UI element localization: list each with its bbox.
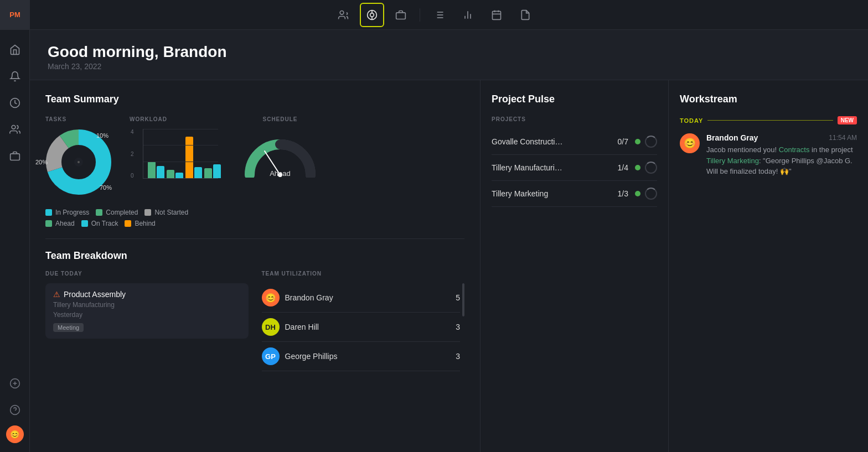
sidebar-clock[interactable]: [4, 92, 26, 114]
legend-not-started: Not Started: [144, 209, 188, 216]
breakdown-cols: DUE TODAY ⚠ Product Assembly Tillery Man…: [45, 271, 464, 371]
legend-dot-inprogress: [45, 209, 52, 216]
ws-name-0: Brandon Gray: [706, 133, 758, 142]
workload-block: WORKLOAD 4 2 0: [130, 116, 218, 195]
sidebar-briefcase[interactable]: [4, 145, 26, 167]
nav-chart-btn[interactable]: [456, 3, 480, 27]
legend-ahead: Ahead: [45, 220, 75, 227]
util-initials-1: DH: [265, 323, 276, 331]
schedule-block: SCHEDULE: [236, 116, 324, 195]
project-row-2[interactable]: Tillery Marketing 1/3: [492, 181, 657, 207]
tasks-block: TASKS: [45, 116, 112, 195]
right-panel: Workstream TODAY NEW 😊 Brandon Gray 11:5…: [669, 80, 868, 452]
project-status-dot-1: [635, 165, 640, 170]
ws-link-tillery[interactable]: Tillery Marketing: [706, 157, 759, 165]
project-spinner-2: [645, 188, 657, 200]
project-row-0[interactable]: Govalle Constructi… 0/7: [492, 129, 657, 155]
project-ratio-2: 1/3: [618, 189, 628, 198]
util-count-1: 3: [456, 323, 460, 331]
project-name-0: Govalle Constructi…: [492, 137, 611, 146]
project-spinner-1: [645, 162, 657, 174]
legend-label-inprogress: In Progress: [55, 209, 89, 216]
nav-workload-btn[interactable]: [360, 3, 384, 27]
util-avatar-2: GP: [262, 347, 280, 365]
nav-calendar-btn[interactable]: [484, 3, 509, 27]
nav-doc-btn[interactable]: [513, 3, 538, 27]
sidebar-people[interactable]: [4, 118, 26, 141]
project-row-1[interactable]: Tillery Manufacturi… 1/4: [492, 155, 657, 181]
bar-group-1: [148, 162, 164, 178]
page-date: March 23, 2022: [48, 62, 850, 71]
legend-dot-notstarted: [144, 209, 151, 216]
warning-icon: ⚠: [53, 290, 60, 299]
team-summary-title: Team Summary: [45, 93, 464, 105]
sidebar: 😊: [0, 30, 30, 452]
bar-group-4: [204, 164, 221, 178]
divider: [45, 238, 464, 239]
legend-in-progress: In Progress: [45, 209, 89, 216]
project-name-1: Tillery Manufacturi…: [492, 163, 611, 172]
due-item-title: ⚠ Product Assembly: [53, 290, 241, 299]
utilization-col: TEAM UTILIZATION 😊 Brandon Gray 5: [262, 271, 465, 371]
logo-text: PM: [9, 11, 20, 19]
util-item-2[interactable]: GP George Phillips 3: [262, 342, 461, 371]
legend-dot-ontrack: [81, 220, 88, 227]
bar-ontrack-1: [157, 166, 164, 178]
app-logo[interactable]: PM: [0, 0, 30, 30]
util-item-0[interactable]: 😊 Brandon Gray 5: [262, 283, 461, 313]
top-nav: PM: [0, 0, 868, 30]
sidebar-bell[interactable]: [4, 65, 26, 87]
bar-ahead-1: [148, 162, 156, 178]
util-avatar-1: DH: [262, 318, 280, 336]
workload-label: WORKLOAD: [130, 116, 218, 122]
bar-y-labels: 4 2 0: [131, 129, 134, 179]
project-ratio-1: 1/4: [618, 163, 628, 172]
nav-portfolio-btn[interactable]: [389, 3, 413, 27]
project-spinner-0: [645, 136, 657, 148]
pie-label-20: 20%: [35, 159, 48, 165]
tasks-label: TASKS: [45, 116, 112, 122]
bar-ontrack-2: [175, 173, 183, 178]
due-item-name: Product Assembly: [64, 290, 126, 299]
nav-divider: [420, 8, 420, 22]
ws-avatar-0[interactable]: 😊: [680, 133, 700, 153]
bar-ahead-2: [167, 170, 174, 178]
bar-group-2: [167, 170, 183, 178]
page-header: Good morning, Brandon March 23, 2022: [30, 30, 868, 80]
util-avatar-0: 😊: [262, 289, 280, 306]
sidebar-home[interactable]: [4, 39, 26, 61]
nav-team-btn[interactable]: [331, 3, 355, 27]
gauge-container: Ahead: [241, 133, 319, 178]
util-count-2: 3: [456, 352, 460, 361]
due-item-company: Tillery Manufacturing: [53, 301, 241, 309]
breakdown-title: Team Breakdown: [45, 250, 464, 262]
user-avatar[interactable]: 😊: [6, 425, 24, 443]
due-item-tag: Meeting: [53, 323, 84, 332]
scrollbar-indicator[interactable]: [462, 283, 464, 316]
three-col-layout: Team Summary TASKS: [30, 80, 868, 452]
project-status-dot-0: [635, 139, 640, 144]
util-item-1[interactable]: DH Daren Hill 3: [262, 313, 461, 342]
sidebar-add[interactable]: [4, 372, 26, 394]
util-list-wrapper: 😊 Brandon Gray 5 DH: [262, 283, 465, 371]
project-ratio-0: 0/7: [618, 137, 628, 146]
project-name-2: Tillery Marketing: [492, 189, 611, 198]
util-name-0: Brandon Gray: [285, 293, 333, 302]
utilization-label: TEAM UTILIZATION: [262, 271, 465, 277]
ws-link-contracts[interactable]: Contracts: [779, 146, 810, 154]
legend-label-ahead: Ahead: [55, 220, 75, 227]
ws-time-0: 11:54 AM: [829, 134, 857, 142]
nav-list-btn[interactable]: [427, 3, 451, 27]
schedule-label: SCHEDULE: [262, 116, 297, 122]
ws-msg-prefix: Jacob mentioned you!: [706, 146, 779, 154]
ws-text-0: Jacob mentioned you! Contracts in the pr…: [706, 144, 857, 177]
project-status-dot-2: [635, 191, 640, 196]
legend-label-notstarted: Not Started: [154, 209, 188, 216]
sidebar-help[interactable]: [4, 399, 26, 421]
svg-point-0: [340, 11, 344, 14]
due-today-col: DUE TODAY ⚠ Product Assembly Tillery Man…: [45, 271, 249, 371]
legend-row-2: Ahead On Track Behind: [45, 220, 464, 227]
legend-label-completed: Completed: [106, 209, 138, 216]
due-item-0[interactable]: ⚠ Product Assembly Tillery Manufacturing…: [45, 283, 249, 339]
util-count-0: 5: [456, 293, 460, 302]
